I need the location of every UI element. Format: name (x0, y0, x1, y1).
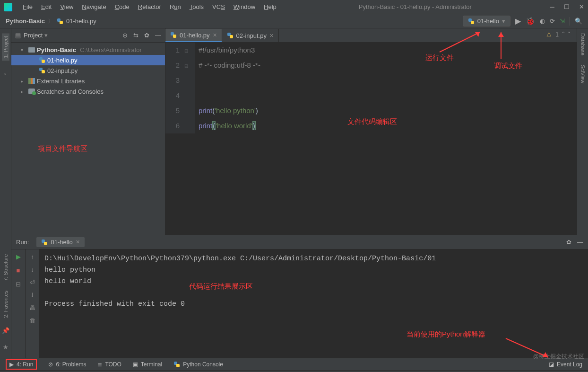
project-tree: ▾ Python-Basic C:\Users\Administrator 01… (11, 43, 165, 98)
close-run-tab-icon[interactable]: ✕ (76, 239, 80, 245)
python-icon (41, 239, 48, 246)
favorites-tool-tab[interactable]: 2: Favorites (3, 291, 9, 318)
debug-button[interactable]: 🐞 (526, 17, 535, 26)
delete-icon[interactable]: 🗑 (29, 317, 35, 324)
code-content[interactable]: #!/usr/bin/python3 # -*- coding:utf-8 -*… (195, 43, 260, 133)
folder-icon (28, 47, 35, 53)
run-tab[interactable]: 01-hello ✕ (36, 237, 84, 247)
menu-help[interactable]: Help (260, 2, 280, 12)
python-icon (173, 361, 180, 368)
editor-area: 01-hello.py ✕ 02-input.py ✕ ⚠ 1 ˆ ˇ 1234… (165, 28, 577, 235)
star-icon[interactable]: ★ (3, 344, 9, 351)
expand-icon[interactable]: ⇆ (133, 32, 138, 39)
run-sidebar-primary: ▶ ■ ⊟ (11, 249, 26, 358)
run-output[interactable]: D:\Hui\DevelopEnv\Python\Python379\pytho… (40, 249, 588, 358)
project-panel: ▤ Project ▾ ⊕ ⇆ ✿ — ▾ Python-Basic C:\Us… (11, 28, 165, 235)
structure-tool-tab[interactable]: 7: Structure (3, 254, 9, 281)
project-panel-title[interactable]: Project ▾ (24, 32, 48, 39)
run-settings-icon[interactable]: ✿ (566, 239, 571, 246)
maximize-button[interactable]: ☐ (564, 3, 570, 10)
tool-eventlog-button[interactable]: ◪ Event Log (549, 361, 582, 368)
run-sidebar-secondary: ↑ ↓ ⏎ ⤓ 🖶 🗑 (26, 249, 40, 358)
library-icon (28, 78, 35, 84)
hide-run-icon[interactable]: — (577, 239, 583, 246)
menu-navigate[interactable]: Navigate (78, 2, 110, 12)
watermark: @稀土掘金技术社区 (533, 353, 584, 361)
close-tab-icon[interactable]: ✕ (213, 32, 217, 38)
run-header: Run: 01-hello ✕ ✿ — (11, 235, 588, 249)
tool-todo-button[interactable]: ≣ TODO (97, 361, 121, 368)
navigation-bar: Python-Basic 〉 01-hello.py 01-hello ▾ ▶ … (0, 14, 588, 28)
attach-button[interactable]: ⇲ (560, 18, 565, 25)
editor-tabs: 01-hello.py ✕ 02-input.py ✕ (165, 28, 577, 43)
down-icon[interactable]: ↓ (31, 266, 34, 273)
tool-window-bar: ▶ 4: Run ⊘ 6: Problems ≣ TODO ▣ Terminal… (0, 358, 588, 370)
python-file-icon (39, 57, 45, 63)
editor-tab-02-input[interactable]: 02-input.py ✕ (222, 29, 279, 42)
python-icon (468, 18, 475, 25)
tree-scratches[interactable]: ▸ Scratches and Consoles (11, 86, 165, 97)
bottom-panel: 7: Structure 2: Favorites 📌 ★ Run: 01-he… (0, 235, 588, 358)
run-config-selector[interactable]: 01-hello ▾ (463, 16, 510, 27)
tree-external-libs[interactable]: ▸ External Libraries (11, 76, 165, 86)
inspection-badge[interactable]: ⚠ 1 ˆ ˇ (546, 31, 570, 38)
breadcrumb-file[interactable]: 01-hello.py (66, 18, 96, 25)
settings-icon[interactable]: ✿ (144, 32, 149, 39)
editor-tab-01-hello[interactable]: 01-hello.py ✕ (165, 29, 222, 42)
minimize-button[interactable]: ─ (550, 3, 554, 10)
bookmarks-icon[interactable]: ▫ (4, 70, 7, 77)
menu-refactor[interactable]: Refactor (134, 2, 165, 12)
app-logo (4, 3, 12, 11)
code-editor[interactable]: 123456 ⊟⊟ #!/usr/bin/python3 # -*- codin… (165, 43, 577, 133)
right-tool-strip: Database SciView (577, 28, 588, 235)
menu-tools[interactable]: Tools (186, 2, 208, 12)
close-button[interactable]: ✕ (579, 3, 584, 10)
database-tool-tab[interactable]: Database (580, 33, 586, 55)
sciview-tool-tab[interactable]: SciView (580, 65, 586, 83)
dropdown-icon: ▾ (502, 18, 505, 25)
scroll-icon[interactable]: ⤓ (30, 292, 35, 299)
hide-icon[interactable]: — (155, 32, 161, 39)
menu-file[interactable]: File (19, 2, 36, 12)
next-highlight-icon[interactable]: ˇ (568, 31, 570, 38)
status-bar: ▢ Windows Defender might impact performa… (0, 370, 588, 372)
search-button[interactable]: 🔍 (575, 18, 582, 25)
python-file-icon (57, 18, 63, 25)
layout-button[interactable]: ⊟ (16, 281, 21, 288)
tree-project-root[interactable]: ▾ Python-Basic C:\Users\Administrator (11, 44, 165, 55)
tool-python-console-button[interactable]: Python Console (173, 361, 223, 368)
menu-window[interactable]: Window (230, 2, 259, 12)
up-icon[interactable]: ↑ (31, 253, 34, 260)
tool-run-button[interactable]: ▶ 4: Run (6, 359, 37, 370)
menu-vcs[interactable]: VCS (208, 2, 229, 12)
tree-file-01-hello[interactable]: 01-hello.py (11, 55, 165, 65)
print-icon[interactable]: 🖶 (29, 304, 35, 311)
rerun-button[interactable]: ▶ (16, 253, 21, 260)
menu-edit[interactable]: Edit (37, 2, 55, 12)
pin-icon[interactable]: 📌 (2, 327, 9, 334)
tool-terminal-button[interactable]: ▣ Terminal (133, 361, 162, 368)
coverage-button[interactable]: ◐ (540, 18, 545, 25)
menu-run[interactable]: Run (166, 2, 185, 12)
project-tool-tab[interactable]: 1: Project (2, 33, 9, 61)
prev-highlight-icon[interactable]: ˆ (562, 31, 564, 38)
menu-view[interactable]: View (56, 2, 77, 12)
profile-button[interactable]: ⟳ (550, 18, 555, 25)
python-file-icon (227, 32, 233, 39)
breadcrumb-root[interactable]: Python-Basic (6, 18, 45, 25)
run-button[interactable]: ▶ (515, 17, 521, 26)
stop-button[interactable]: ■ (17, 267, 20, 274)
close-tab-icon[interactable]: ✕ (269, 33, 274, 39)
warning-icon: ⚠ (546, 31, 552, 38)
tree-file-02-input[interactable]: 02-input.py (11, 65, 165, 76)
locate-icon[interactable]: ⊕ (122, 32, 128, 39)
python-file-icon (170, 32, 177, 38)
run-config-name: 01-hello (477, 18, 499, 25)
tool-problems-button[interactable]: ⊘ 6: Problems (48, 361, 86, 368)
breadcrumb-separator: 〉 (48, 17, 54, 26)
gutter-fold: ⊟⊟ (184, 43, 195, 133)
main-menu: File Edit View Navigate Code Refactor Ru… (19, 2, 280, 12)
wrap-icon[interactable]: ⏎ (30, 279, 35, 286)
menu-code[interactable]: Code (111, 2, 133, 12)
left-tool-strip-bottom: 7: Structure 2: Favorites 📌 ★ (0, 235, 11, 358)
